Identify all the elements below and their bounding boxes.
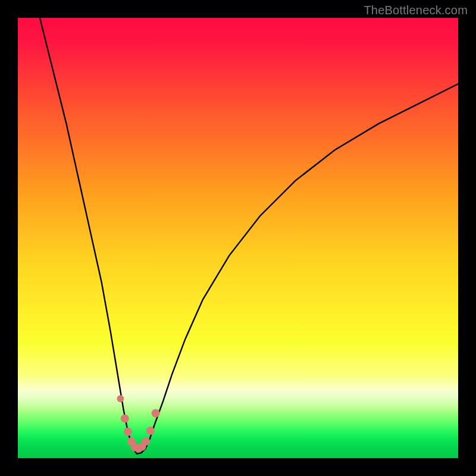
watermark-text: TheBottleneck.com: [364, 4, 468, 17]
bottleneck-curve: [40, 18, 458, 454]
chart-svg: [18, 18, 458, 458]
optimal-marker: [124, 428, 132, 436]
optimal-marker: [152, 409, 160, 418]
optimal-marker: [117, 395, 124, 402]
plot-area: [18, 18, 458, 458]
outer-frame: TheBottleneck.com: [0, 0, 476, 476]
optimal-marker: [142, 437, 150, 446]
optimal-markers: [117, 395, 159, 453]
optimal-marker: [146, 427, 155, 435]
optimal-marker: [121, 414, 129, 422]
